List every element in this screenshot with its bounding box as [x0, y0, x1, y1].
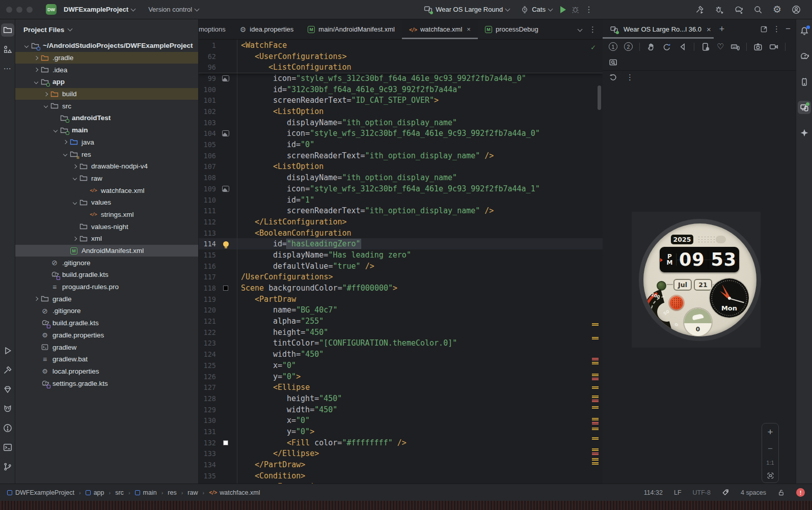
close-device-tab-icon[interactable]: × — [707, 25, 711, 34]
build-run-icon[interactable] — [695, 5, 705, 14]
editor-tab[interactable]: </>watchface.xml× — [402, 19, 478, 39]
chevron-down-icon[interactable] — [44, 104, 48, 108]
chevron-right-icon[interactable] — [34, 55, 38, 60]
error-stripe-mark[interactable] — [592, 458, 599, 461]
error-stripe-mark[interactable] — [592, 362, 599, 364]
record-icon[interactable] — [769, 42, 778, 51]
error-indicator[interactable]: ! — [796, 488, 805, 497]
image-preview-icon[interactable] — [222, 75, 229, 81]
tree-row[interactable]: src — [15, 100, 198, 112]
indent-setting[interactable]: 4 spaces — [741, 489, 766, 496]
caret-position[interactable]: 114:32 — [644, 489, 663, 496]
tool-window-button-more-tool-windows[interactable]: ⋯ — [1, 62, 14, 75]
tree-row[interactable]: xml — [15, 233, 198, 245]
zoom-out-button[interactable]: − — [768, 444, 773, 454]
chevron-down-icon[interactable] — [34, 80, 38, 84]
device-display[interactable]: 2025 P M 09 53 Jul 21 — [632, 212, 761, 348]
editor-tab[interactable]: ⚙idea.properties — [233, 19, 301, 39]
chevron-down-icon[interactable] — [73, 201, 77, 205]
color-swatch-icon[interactable] — [223, 440, 228, 445]
error-stripe-mark[interactable] — [592, 374, 599, 376]
settings-icon[interactable]: ⚙ — [773, 4, 781, 15]
editor-tab[interactable]: Mmain/AndroidManifest.xml — [301, 19, 402, 39]
window-controls[interactable] — [6, 7, 33, 13]
unlock-icon[interactable] — [777, 489, 785, 496]
tab-list-chevron-icon[interactable] — [578, 27, 583, 32]
tab-options-icon[interactable]: ⋮ — [589, 25, 597, 34]
breadcrumb-item[interactable]: raw — [187, 489, 198, 496]
close-window-icon[interactable] — [6, 7, 12, 13]
chevron-right-icon[interactable] — [34, 297, 38, 301]
tree-row[interactable]: ≡gradlew.bat — [15, 353, 198, 365]
hide-panel-icon[interactable]: − — [786, 24, 791, 34]
version-control-menu[interactable]: Version control — [145, 4, 202, 15]
image-preview-icon[interactable] — [222, 186, 229, 192]
back-icon[interactable] — [678, 42, 687, 51]
tool-window-button-device-manager[interactable] — [798, 75, 811, 89]
tool-window-button-notifications[interactable] — [798, 24, 811, 38]
tree-row[interactable]: ⚙local.properties — [15, 365, 198, 378]
tree-row[interactable]: ⚙gradle.properties — [15, 329, 198, 342]
tree-row[interactable]: androidTest — [15, 112, 198, 124]
project-menu[interactable]: DWFExampleProject — [61, 4, 138, 15]
gradle-sync-icon[interactable] — [734, 5, 743, 14]
kebab-icon[interactable]: ⋮ — [626, 73, 634, 82]
chevron-right-icon[interactable] — [73, 237, 77, 241]
tool-window-button-app-quality-insights[interactable] — [1, 383, 14, 396]
editor-tab[interactable]: moptions — [199, 19, 233, 39]
chevron-down-icon[interactable] — [63, 152, 67, 156]
inspections-ok-icon[interactable]: ✓ — [591, 43, 596, 52]
device-tab-title[interactable]: Wear OS Large Ro...l 36.0 — [624, 25, 701, 33]
breadcrumb-item[interactable]: res — [168, 489, 176, 496]
tool-window-button-gemini[interactable] — [798, 126, 811, 139]
tree-row[interactable]: java — [15, 136, 198, 149]
tree-row[interactable]: ~/AndroidStudioProjects/DWFExampleProjec… — [15, 40, 198, 52]
error-stripe-mark[interactable] — [592, 418, 599, 420]
tree-row[interactable]: build — [15, 88, 198, 100]
error-stripe-mark[interactable] — [592, 452, 599, 455]
hand-icon[interactable] — [646, 42, 656, 51]
run-configuration-selector[interactable]: Cats — [518, 4, 555, 16]
phone-settings-icon[interactable] — [701, 42, 710, 51]
chevron-right-icon[interactable] — [34, 68, 38, 72]
minimize-window-icon[interactable] — [16, 7, 22, 13]
tool-window-button-build[interactable] — [1, 363, 14, 377]
tool-window-button-resource-manager[interactable] — [1, 43, 14, 56]
health-icon[interactable]: ♡ — [717, 42, 724, 51]
panel-options-icon[interactable]: ⋮ — [773, 24, 780, 34]
run-button[interactable] — [560, 6, 566, 13]
breadcrumb-item[interactable]: DWFExampleProject — [7, 489, 74, 496]
tool-window-button-project[interactable] — [1, 23, 14, 37]
image-preview-icon[interactable] — [222, 130, 229, 136]
tree-row[interactable]: </>strings.xml — [15, 209, 198, 221]
device-selector[interactable]: Wear OS Large Round — [421, 3, 512, 16]
tool-window-button-logcat[interactable] — [1, 402, 14, 415]
error-stripe-mark[interactable] — [592, 437, 599, 440]
error-stripe-mark[interactable] — [592, 337, 599, 339]
account-icon[interactable] — [792, 5, 801, 14]
screen-zoom-icon[interactable] — [609, 58, 618, 67]
tree-row[interactable]: app — [15, 76, 198, 88]
tool-window-button-running-devices[interactable] — [798, 101, 811, 114]
tree-row[interactable]: </>watchface.xml — [15, 184, 198, 196]
zoom-fit-icon[interactable] — [767, 472, 774, 479]
tree-row[interactable]: .gradle — [15, 52, 198, 64]
breadcrumb-item[interactable]: </>watchface.xml — [209, 489, 260, 496]
error-stripe-mark[interactable] — [592, 358, 599, 360]
rotate-icon[interactable] — [662, 42, 671, 51]
tree-row[interactable]: ⊘.gitignore — [15, 305, 198, 317]
breadcrumb-item[interactable]: src — [115, 489, 124, 496]
tree-row[interactable]: .idea — [15, 64, 198, 76]
tree-row[interactable]: drawable-nodpi-v4 — [15, 160, 198, 173]
color-swatch-icon[interactable] — [223, 286, 228, 291]
zoom-in-button[interactable]: + — [767, 427, 773, 438]
tree-row[interactable]: raw — [15, 173, 198, 185]
add-device-tab-icon[interactable]: + — [719, 24, 725, 35]
tree-row[interactable]: MAndroidManifest.xml — [15, 245, 198, 257]
editor-tab[interactable]: MprocessDebug — [478, 19, 546, 39]
error-stripe-mark[interactable] — [592, 462, 599, 465]
line-ending[interactable]: LF — [674, 489, 682, 496]
file-encoding[interactable]: UTF-8 — [693, 489, 711, 496]
tool-window-button-problems[interactable] — [1, 421, 14, 435]
error-stripe-mark[interactable] — [592, 386, 599, 389]
